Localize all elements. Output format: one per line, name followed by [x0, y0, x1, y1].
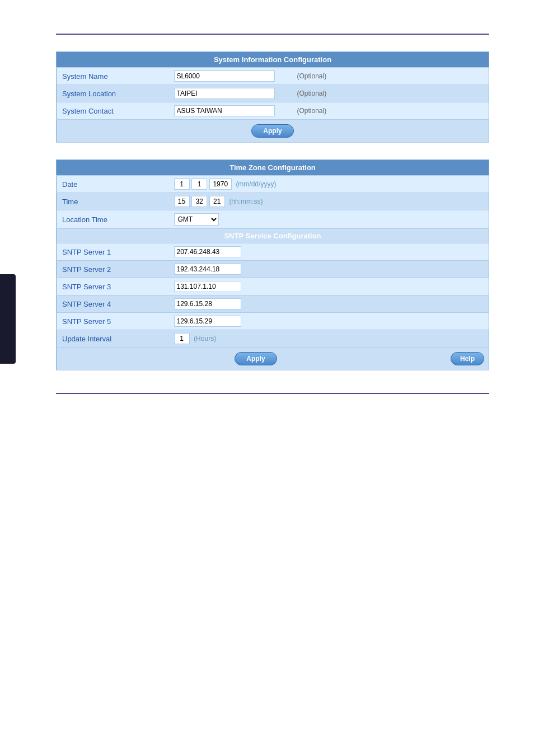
side-tab [0, 274, 16, 364]
date-row: Date (mm/dd/yyyy) [57, 176, 489, 193]
time-zone-apply-button[interactable]: Apply [235, 352, 277, 365]
sntp-server-2-row: SNTP Server 2 [57, 261, 489, 278]
sntp-server-3-input[interactable] [174, 281, 241, 292]
update-interval-cell: (Hours) [168, 330, 489, 348]
system-name-optional: (Optional) [292, 68, 489, 85]
sntp-server-4-input[interactable] [174, 298, 241, 309]
date-year-input[interactable] [209, 179, 232, 190]
system-info-table: System Information Configuration System … [56, 51, 489, 143]
sntp-server-1-cell [168, 243, 489, 261]
table-row: System Name (Optional) [57, 68, 489, 85]
sntp-server-2-label: SNTP Server 2 [57, 261, 168, 278]
sntp-title: SNTP Service Configuration [57, 229, 489, 243]
sntp-server-4-label: SNTP Server 4 [57, 295, 168, 313]
sntp-server-2-cell [168, 261, 489, 278]
update-interval-hint: (Hours) [194, 335, 216, 342]
sntp-header-row: SNTP Service Configuration [57, 229, 489, 243]
time-second-input[interactable] [209, 196, 225, 207]
time-row: Time (hh:mm:ss) [57, 193, 489, 210]
sntp-server-1-row: SNTP Server 1 [57, 243, 489, 261]
system-info-title: System Information Configuration [57, 52, 489, 68]
time-minute-input[interactable] [191, 196, 207, 207]
system-contact-cell [168, 102, 292, 120]
table-row: System Contact (Optional) [57, 102, 489, 120]
location-time-select[interactable]: GMT GMT+1 GMT+2 GMT+3 GMT+4 GMT+5 GMT+6 … [174, 213, 219, 226]
sntp-server-3-label: SNTP Server 3 [57, 278, 168, 295]
system-name-cell [168, 68, 292, 85]
date-value-cell: (mm/dd/yyyy) [168, 176, 489, 193]
system-info-apply-button[interactable]: Apply [251, 124, 293, 138]
sntp-server-5-label: SNTP Server 5 [57, 313, 168, 330]
time-value-cell: (hh:mm:ss) [168, 193, 489, 210]
date-month-input[interactable] [174, 179, 190, 190]
system-contact-optional: (Optional) [292, 102, 489, 120]
top-divider [56, 34, 489, 35]
system-contact-label: System Contact [57, 102, 168, 120]
system-contact-input[interactable] [174, 105, 275, 116]
date-label: Date [57, 176, 168, 193]
system-name-label: System Name [57, 68, 168, 85]
sntp-server-3-cell [168, 278, 489, 295]
system-info-section: System Information Configuration System … [56, 51, 489, 143]
sntp-server-5-cell [168, 313, 489, 330]
sntp-server-2-input[interactable] [174, 264, 241, 275]
time-zone-section: Time Zone Configuration Date (mm/dd/yyyy… [56, 159, 489, 370]
sntp-server-3-row: SNTP Server 3 [57, 278, 489, 295]
table-row: System Location (Optional) [57, 85, 489, 102]
time-zone-help-button[interactable]: Help [451, 352, 484, 365]
time-label: Time [57, 193, 168, 210]
update-interval-input[interactable] [174, 333, 190, 344]
system-location-optional: (Optional) [292, 85, 489, 102]
sntp-server-5-input[interactable] [174, 316, 241, 327]
time-zone-action-row: Apply Help [57, 348, 489, 370]
update-interval-label: Update Interval [57, 330, 168, 348]
action-row-wrap: Apply Help [61, 352, 484, 365]
system-location-input[interactable] [174, 88, 275, 99]
location-time-value-cell: GMT GMT+1 GMT+2 GMT+3 GMT+4 GMT+5 GMT+6 … [168, 210, 489, 229]
time-hour-input[interactable] [174, 196, 190, 207]
date-hint: (mm/dd/yyyy) [236, 180, 276, 188]
sntp-server-4-cell [168, 295, 489, 313]
time-zone-title: Time Zone Configuration [57, 160, 489, 176]
sntp-server-1-label: SNTP Server 1 [57, 243, 168, 261]
date-day-input[interactable] [191, 179, 207, 190]
location-time-row: Location Time GMT GMT+1 GMT+2 GMT+3 GMT+… [57, 210, 489, 229]
time-hint: (hh:mm:ss) [229, 198, 263, 205]
system-location-label: System Location [57, 85, 168, 102]
system-info-action-row: Apply [57, 120, 489, 143]
system-location-cell [168, 85, 292, 102]
sntp-server-5-row: SNTP Server 5 [57, 313, 489, 330]
time-zone-table: Time Zone Configuration Date (mm/dd/yyyy… [56, 159, 489, 370]
location-time-label: Location Time [57, 210, 168, 229]
sntp-server-1-input[interactable] [174, 246, 241, 257]
bottom-divider [56, 393, 489, 394]
sntp-server-4-row: SNTP Server 4 [57, 295, 489, 313]
system-name-input[interactable] [174, 71, 275, 82]
update-interval-row: Update Interval (Hours) [57, 330, 489, 348]
